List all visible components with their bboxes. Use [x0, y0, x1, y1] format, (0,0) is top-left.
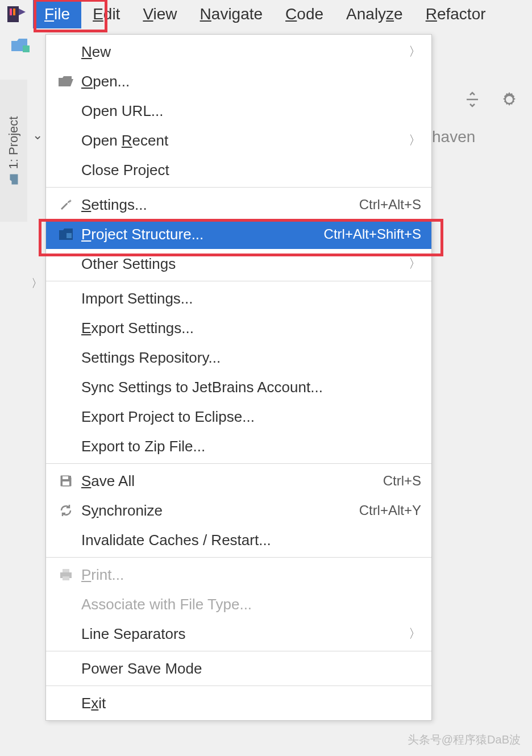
menu-import-settings[interactable]: Import Settings...	[46, 284, 431, 313]
menu-navigate[interactable]: Navigate	[189, 0, 275, 28]
submenu-arrow-icon: 〉	[409, 255, 421, 272]
app-icon	[5, 2, 28, 26]
svg-rect-10	[63, 481, 69, 485]
menu-associate-file-type: Associate with File Type...	[46, 589, 431, 619]
file-dropdown-menu: New 〉 Open... Open URL... Open Recent 〉 …	[45, 34, 432, 721]
save-icon	[56, 471, 76, 491]
sidebar-project-tool[interactable]: 1: Project	[0, 80, 27, 222]
menu-edit[interactable]: Edit	[81, 0, 131, 28]
menu-settings[interactable]: Settings... Ctrl+Alt+S	[46, 190, 431, 219]
svg-point-6	[507, 97, 512, 102]
menu-line-separators[interactable]: Line Separators 〉	[46, 619, 431, 649]
menu-export-settings[interactable]: Export Settings...	[46, 313, 431, 343]
menu-synchronize[interactable]: Synchronize Ctrl+Alt+Y	[46, 496, 431, 525]
menu-analyze[interactable]: Analyze	[335, 0, 414, 28]
menu-settings-repository[interactable]: Settings Repository...	[46, 343, 431, 372]
gear-icon[interactable]	[498, 88, 521, 111]
svg-marker-3	[19, 9, 26, 15]
menu-file[interactable]: File	[33, 0, 81, 28]
background-text: haven	[432, 128, 475, 146]
tree-chevron-icon[interactable]: ⌄	[32, 128, 43, 143]
menu-sync-jetbrains[interactable]: Sync Settings to JetBrains Account...	[46, 372, 431, 402]
scroll-center-icon[interactable]	[461, 88, 484, 111]
toolbar-right	[461, 88, 521, 111]
svg-rect-13	[63, 576, 69, 580]
submenu-arrow-icon: 〉	[409, 132, 421, 149]
folder-open-icon	[56, 72, 76, 91]
menu-project-structure[interactable]: Project Structure... Ctrl+Alt+Shift+S	[46, 219, 431, 249]
svg-rect-9	[63, 476, 68, 479]
menu-new[interactable]: New 〉	[46, 37, 431, 67]
sync-icon	[56, 501, 76, 520]
menu-print: Print...	[46, 560, 431, 589]
svg-rect-1	[10, 9, 12, 15]
menu-export-eclipse[interactable]: Export Project to Eclipse...	[46, 402, 431, 431]
menu-power-save[interactable]: Power Save Mode	[46, 654, 431, 683]
menu-view[interactable]: View	[131, 0, 188, 28]
menubar: File Edit View Navigate Code Analyze Ref…	[0, 0, 532, 28]
project-structure-icon	[56, 225, 76, 244]
print-icon	[56, 565, 76, 584]
submenu-arrow-icon: 〉	[409, 43, 421, 60]
svg-rect-12	[63, 569, 69, 572]
menu-invalidate-caches[interactable]: Invalidate Caches / Restart...	[46, 525, 431, 555]
menu-other-settings[interactable]: Other Settings 〉	[46, 249, 431, 279]
menu-save-all[interactable]: Save All Ctrl+S	[46, 466, 431, 496]
menu-open-recent[interactable]: Open Recent 〉	[46, 126, 431, 155]
svg-rect-4	[23, 45, 30, 52]
menu-export-zip[interactable]: Export to Zip File...	[46, 431, 431, 461]
menu-open-url[interactable]: Open URL...	[46, 96, 431, 126]
svg-rect-7	[66, 233, 72, 238]
menu-refactor[interactable]: Refactor	[414, 0, 497, 28]
menu-code[interactable]: Code	[274, 0, 335, 28]
submenu-arrow-icon: 〉	[409, 625, 421, 642]
sidebar-project-label: 1: Project	[6, 117, 21, 185]
watermark: 头条号@程序猿DaB波	[408, 732, 521, 747]
breadcrumb-chevron-icon: 〉	[31, 276, 43, 291]
menu-exit[interactable]: Exit	[46, 688, 431, 718]
svg-rect-2	[13, 9, 15, 15]
menu-open[interactable]: Open...	[46, 67, 431, 96]
folder-icon	[6, 31, 34, 60]
menu-close-project[interactable]: Close Project	[46, 155, 431, 185]
wrench-icon	[56, 195, 76, 214]
